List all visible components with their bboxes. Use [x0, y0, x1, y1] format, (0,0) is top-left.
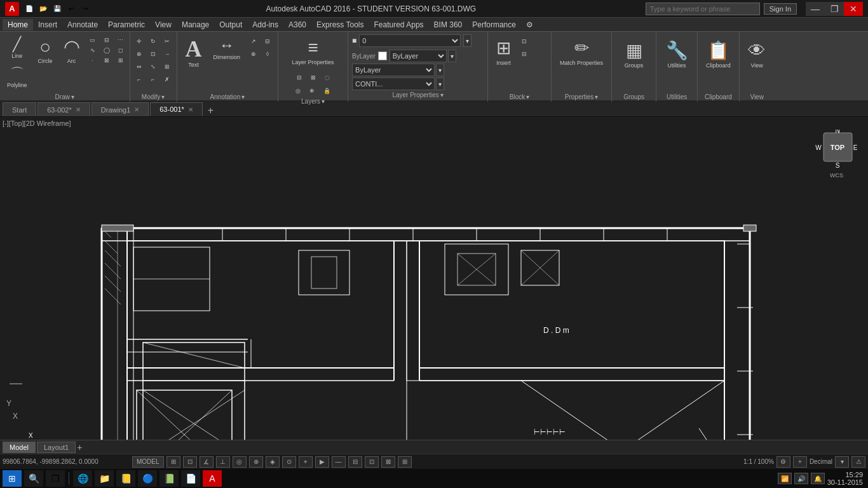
view-button[interactable]: 👁 View	[743, 37, 770, 72]
text-button[interactable]: A Text	[181, 34, 207, 71]
more-draw-button[interactable]: ⋯	[114, 36, 127, 44]
copy-button[interactable]: ⊕	[133, 48, 146, 60]
tab-63001[interactable]: 63-001* ✕	[150, 102, 203, 116]
insert-button[interactable]: ⊞ Insert	[492, 34, 515, 69]
otrack-toggle[interactable]: ⊙	[282, 456, 296, 468]
settings-button[interactable]: ⚙	[776, 456, 790, 468]
menu-bim360[interactable]: BIM 360	[429, 19, 468, 30]
properties-section-footer[interactable]: Properties ▾	[555, 92, 607, 102]
create-block-button[interactable]: ⊡	[518, 36, 531, 47]
am-toggle[interactable]: ⊞	[398, 456, 412, 468]
close-button[interactable]: ✕	[844, 2, 863, 16]
spline-button[interactable]: ∿	[86, 46, 99, 55]
extend-button[interactable]: →	[161, 48, 174, 60]
menu-home[interactable]: Home	[3, 19, 33, 30]
layer-lock-button[interactable]: 🔒	[320, 85, 334, 97]
qat-save[interactable]: 💾	[51, 3, 64, 15]
array-button[interactable]: ⊞	[161, 61, 173, 72]
lineweight-selector[interactable]: CONTI...	[352, 78, 435, 90]
infer-toggle[interactable]: ∡	[200, 456, 214, 468]
layer-state-button[interactable]: ⊟	[293, 72, 306, 83]
tp-toggle[interactable]: ⊟	[348, 456, 362, 468]
maximize-button[interactable]: ❐	[825, 2, 844, 16]
table-button[interactable]: ⊞	[114, 56, 127, 65]
tab-drawing1[interactable]: Drawing1 ✕	[92, 102, 149, 116]
center-mark-button[interactable]: ⊕	[247, 48, 260, 60]
layout-add-button[interactable]: +	[77, 442, 82, 452]
menu-view[interactable]: View	[150, 19, 177, 30]
block-section-footer[interactable]: Block ▾	[492, 92, 547, 102]
ucs-toggle[interactable]: ⌖	[299, 456, 313, 468]
annotation-section-footer[interactable]: Annotation ▾	[181, 92, 275, 102]
modify-section-footer[interactable]: Modify ▾	[133, 92, 174, 102]
qat-open[interactable]: 📂	[37, 3, 50, 15]
hatch-button[interactable]: ⊟	[100, 36, 113, 44]
units-dropdown[interactable]: ▾	[835, 456, 849, 468]
tab-drawing1-close[interactable]: ✕	[134, 106, 139, 113]
grid-toggle[interactable]: ⊞	[166, 456, 180, 468]
dyn-toggle[interactable]: ▶	[315, 456, 329, 468]
grid-snap-toggle[interactable]: ⊡	[183, 456, 197, 468]
qat-redo[interactable]: ↪	[79, 3, 92, 15]
tab-63002[interactable]: 63-002* ✕	[37, 102, 90, 116]
3dosnap-toggle[interactable]: ◈	[266, 456, 280, 468]
autocad-taskbar-button[interactable]: A	[203, 470, 222, 487]
ellipse-button[interactable]: ◯	[100, 46, 113, 55]
menu-output[interactable]: Output	[214, 19, 247, 30]
layer-selector[interactable]: 0	[359, 34, 461, 47]
chrome-button[interactable]: 🔵	[138, 470, 157, 487]
menu-performance[interactable]: Performance	[467, 19, 521, 30]
sc-toggle[interactable]: ⊠	[381, 456, 395, 468]
layer-props-section-footer[interactable]: Layer Properties ▾	[352, 90, 484, 100]
word-button[interactable]: 📄	[181, 470, 200, 487]
layer-properties-button[interactable]: ≡ Layer Properties	[288, 34, 339, 69]
windows-start-button[interactable]: ⊞	[3, 470, 22, 487]
chamfer-button[interactable]: ⌐	[147, 74, 159, 85]
clipboard-button[interactable]: 📋 Clipboard	[702, 37, 735, 72]
region-button[interactable]: ◻	[114, 46, 127, 55]
qat-undo[interactable]: ↩	[65, 3, 78, 15]
utilities-button[interactable]: 🔧 Utilities	[661, 37, 693, 72]
search-button[interactable]: 🔍	[24, 470, 43, 487]
match-properties-button[interactable]: ✏ Match Properties	[555, 34, 607, 69]
circle-button[interactable]: ○ Circle	[34, 34, 57, 67]
tab-add-button[interactable]: +	[204, 105, 217, 116]
lineweight-dropdown-btn[interactable]: ▾	[436, 78, 444, 90]
move-button[interactable]: ✛	[133, 36, 146, 47]
polar-toggle[interactable]: ◎	[233, 456, 247, 468]
linetype-selector[interactable]: ByLayer	[352, 64, 435, 76]
navigation-cube[interactable]: TOP N S E W WCS	[811, 130, 862, 180]
point-button[interactable]: ·	[86, 56, 99, 65]
menu-manage[interactable]: Manage	[177, 19, 214, 30]
cad-drawing-svg[interactable]: D . D m Y X	[0, 117, 868, 440]
layer-freeze-button[interactable]: ❄	[306, 85, 318, 97]
groups-button[interactable]: ▦ Groups	[620, 37, 648, 72]
layers-section-footer[interactable]: Layers ▾	[282, 97, 344, 106]
drawing-area[interactable]: [-][Top][2D Wireframe]	[0, 117, 868, 440]
menu-parametric[interactable]: Parametric	[103, 19, 150, 30]
onenote-button[interactable]: 📒	[116, 470, 135, 487]
fillet-button[interactable]: ⌐	[133, 74, 146, 85]
table-annot-button[interactable]: ⊟	[261, 36, 274, 47]
layer-isolate-button[interactable]: ◎	[292, 85, 304, 97]
menu-a360[interactable]: A360	[283, 19, 311, 30]
warning-button[interactable]: ⚠	[851, 456, 865, 468]
tab-63002-close[interactable]: ✕	[76, 106, 81, 113]
draw-section-footer[interactable]: Draw ▾	[3, 92, 127, 102]
trim-button[interactable]: ✂	[161, 36, 173, 47]
osnap-toggle[interactable]: ⊕	[249, 456, 263, 468]
rectangle-button[interactable]: ▭	[86, 36, 99, 44]
define-attr-button[interactable]: ⊟	[518, 48, 531, 60]
tab-63001-close[interactable]: ✕	[188, 106, 193, 113]
excel-button[interactable]: 📗	[159, 470, 179, 487]
layout-tab-layout1[interactable]: Layout1	[37, 442, 76, 453]
minimize-button[interactable]: —	[806, 2, 825, 16]
markup-button[interactable]: ◊	[261, 48, 274, 60]
menu-settings[interactable]: ⚙	[521, 19, 538, 30]
qat-new[interactable]: 📄	[23, 3, 36, 15]
layer-off-button[interactable]: ◌	[321, 72, 334, 83]
layout-tab-model[interactable]: Model	[3, 442, 36, 453]
menu-featured[interactable]: Featured Apps	[369, 19, 429, 30]
tab-start[interactable]: Start	[3, 102, 36, 116]
sign-in-button[interactable]: Sign In	[764, 3, 797, 15]
